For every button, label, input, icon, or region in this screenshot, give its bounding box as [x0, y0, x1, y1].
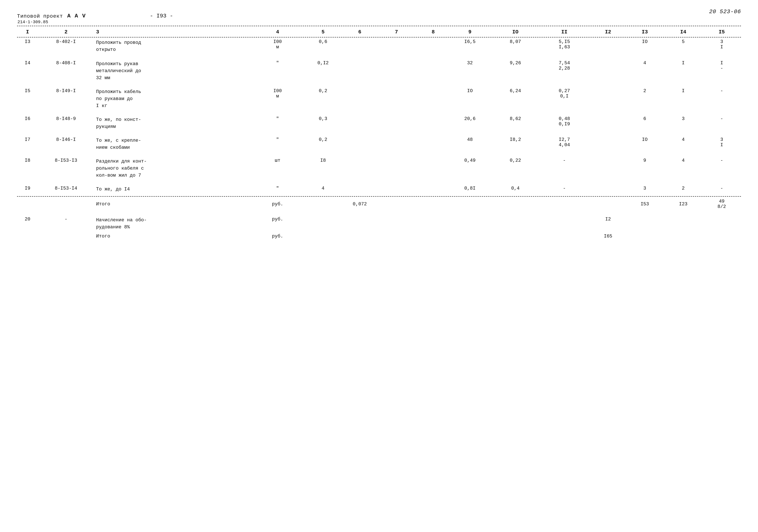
row-i5-col13: 2	[626, 87, 664, 111]
itogo2-col5	[300, 232, 346, 241]
row-i7-col10: I8,2	[493, 136, 538, 152]
col-header-3: 3	[94, 27, 255, 37]
row-i7-col4: "	[255, 136, 300, 152]
row-i9-col2: 8-I53-I4	[38, 184, 94, 194]
row-i8-col8	[419, 157, 447, 180]
row-i7-col6	[346, 136, 374, 152]
row-20-col9	[447, 216, 493, 232]
row-i8-col4: шт	[255, 157, 300, 180]
table-row: I5 8-I49-I Проложить кабель по рукавам д…	[17, 87, 741, 111]
row-i3-col7	[374, 38, 419, 55]
column-headers-row: I 2 3 4 5 6 7 8 9 IO II I2 I3 I4 I5	[17, 27, 741, 37]
itogo-col2	[38, 197, 94, 211]
col-header-2: 2	[38, 27, 94, 37]
row-i8-col9: 0,49	[447, 157, 493, 180]
itogo-row: Итого руб. 0,072 I53 I23 49 8/2	[17, 197, 741, 211]
itogo2-col11	[538, 232, 590, 241]
table-row: I8 8-I53-I3 Разделки для конт- рольного …	[17, 157, 741, 180]
row-i9-col12	[591, 184, 626, 194]
row-20-col1: 20	[17, 216, 38, 232]
row-i5-col10: 6,24	[493, 87, 538, 111]
row-i3-col1: I3	[17, 38, 38, 55]
row-i3-col10: 8,07	[493, 38, 538, 55]
row-i9-col6	[346, 184, 374, 194]
row-i5-col7	[374, 87, 419, 111]
row-i9-col1: I9	[17, 184, 38, 194]
row-i4-col15: I -	[703, 59, 741, 83]
row-i8-col14: 4	[664, 157, 703, 180]
row-i4-col6	[346, 59, 374, 83]
row-i7-col2: 8-I46-I	[38, 136, 94, 152]
row-i8-col11: -	[538, 157, 590, 180]
row-i6-col13: 6	[626, 115, 664, 131]
row-i6-col15: -	[703, 115, 741, 131]
row-i7-col13: IO	[626, 136, 664, 152]
row-i4-col13: 4	[626, 59, 664, 83]
header-num: - I93 -	[150, 13, 173, 19]
itogo2-col1	[17, 232, 38, 241]
col-header-15: I5	[703, 27, 741, 37]
row-i5-col5: 0,2	[300, 87, 346, 111]
spacer-row	[17, 180, 741, 184]
col-header-5: 5	[300, 27, 346, 37]
row-i4-col1: I4	[17, 59, 38, 83]
itogo2-col9	[447, 232, 493, 241]
row-i8-col13: 9	[626, 157, 664, 180]
row-i5-col3: Проложить кабель по рукавам до I кг	[94, 87, 255, 111]
itogo2-col4: руб.	[255, 232, 300, 241]
row-i7-col7	[374, 136, 419, 152]
row-i5-col4: I00 м	[255, 87, 300, 111]
row-i4-col11: 7,54 2,28	[538, 59, 590, 83]
row-20-col4: руб.	[255, 216, 300, 232]
row-i5-col8	[419, 87, 447, 111]
row-i6-col4: "	[255, 115, 300, 131]
spacer-row	[17, 111, 741, 115]
row-i7-col9: 48	[447, 136, 493, 152]
row-i6-col12	[591, 115, 626, 131]
itogo-col12	[591, 197, 626, 211]
itogo2-col13	[626, 232, 664, 241]
row-i6-col7	[374, 115, 419, 131]
header-project: А А V	[67, 13, 86, 19]
row-i9-col7	[374, 184, 419, 194]
row-i4-col5: 0,I2	[300, 59, 346, 83]
row-i7-col11: I2,7 4,04	[538, 136, 590, 152]
table-row: I4 8-408-I Проложить рукав металлический…	[17, 59, 741, 83]
itogo2-label: Итого	[94, 232, 255, 241]
row-20-col5	[300, 216, 346, 232]
itogo2-col12: I65	[591, 232, 626, 241]
row-20-col10	[493, 216, 538, 232]
table-row: I9 8-I53-I4 То же, до I4 " 4 0,8I 0,4 - …	[17, 184, 741, 194]
row-i5-col2: 8-I49-I	[38, 87, 94, 111]
row-i7-col8	[419, 136, 447, 152]
row-i9-col3: То же, до I4	[94, 184, 255, 194]
row-i7-col3: То же, с крепле- нием скобами	[94, 136, 255, 152]
itogo-col15: 49 8/2	[703, 197, 741, 211]
row-i6-col14: 3	[664, 115, 703, 131]
header-area: Типовой проект А А V - I93 - 214-1-309.8…	[17, 13, 741, 24]
row-i8-col15: -	[703, 157, 741, 180]
row-i9-col10: 0,4	[493, 184, 538, 194]
row-i4-col4: "	[255, 59, 300, 83]
row-i3-col5: 0,6	[300, 38, 346, 55]
row-i6-col9: 20,6	[447, 115, 493, 131]
doc-number: 20 523-06	[709, 9, 741, 15]
header-subtitle: 214-1-309.85	[17, 19, 741, 24]
row-i5-col12	[591, 87, 626, 111]
row-i4-col12	[591, 59, 626, 83]
row-i3-col4: I00 м	[255, 38, 300, 55]
row-i3-col3: Проложить провод открыто	[94, 38, 255, 55]
row-i9-col5: 4	[300, 184, 346, 194]
row-20-col7	[374, 216, 419, 232]
table-row: I6 8-I48-9 То же, по конст- рукциям " 0,…	[17, 115, 741, 131]
row-i3-col11: 5,I5 I,63	[538, 38, 590, 55]
itogo-col11	[538, 197, 590, 211]
row-i8-col6	[346, 157, 374, 180]
spacer-row	[17, 152, 741, 157]
row-20-col3: Начисление на обо- рудование 8%	[94, 216, 255, 232]
row-i8-col2: 8-I53-I3	[38, 157, 94, 180]
row-i6-col11: 0,48 0,I9	[538, 115, 590, 131]
itogo2-col10	[493, 232, 538, 241]
spacer-row	[17, 131, 741, 136]
itogo-col9	[447, 197, 493, 211]
